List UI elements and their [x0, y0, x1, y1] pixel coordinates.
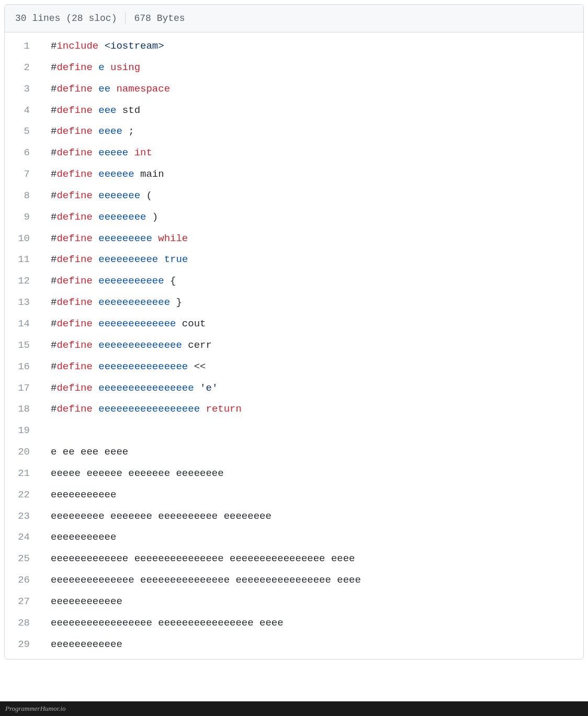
line-content: #define ee namespace — [42, 78, 583, 100]
code-line: 8#define eeeeeee ( — [5, 185, 583, 207]
code-token: # — [51, 190, 56, 201]
code-token: namespace — [116, 83, 170, 95]
line-number[interactable]: 16 — [5, 356, 42, 378]
line-number[interactable]: 17 — [5, 378, 42, 399]
code-token: define — [56, 361, 92, 372]
code-token — [93, 254, 98, 265]
line-number[interactable]: 2 — [5, 57, 42, 78]
line-content: #define e using — [42, 57, 583, 78]
line-number[interactable]: 29 — [5, 634, 42, 655]
footer-watermark-bar: ProgrammerHumor.io — [0, 701, 588, 716]
line-number[interactable]: 10 — [5, 228, 42, 249]
footer-watermark: ProgrammerHumor.io — [5, 704, 65, 712]
code-token: eeeeeeeeeee — [51, 489, 116, 501]
code-token: define — [56, 233, 92, 244]
code-token: eeeeeeeeeeeeeeee — [98, 382, 194, 394]
code-token — [98, 40, 104, 52]
code-token: eeeeeeeeeee — [51, 531, 116, 543]
code-line: 21eeeee eeeeee eeeeeee eeeeeeee — [5, 463, 583, 484]
code-line: 9#define eeeeeeee ) — [5, 207, 583, 228]
line-number[interactable]: 23 — [5, 506, 42, 527]
code-token: <iostream> — [105, 40, 164, 52]
code-token: eeeeeee — [98, 190, 140, 201]
code-token: # — [51, 361, 56, 372]
line-number[interactable]: 18 — [5, 399, 42, 420]
line-number[interactable]: 28 — [5, 612, 42, 634]
line-number[interactable]: 4 — [5, 100, 42, 121]
code-token: # — [51, 382, 56, 394]
code-token: eee — [98, 105, 116, 116]
line-number[interactable]: 22 — [5, 484, 42, 506]
code-line: 16#define eeeeeeeeeeeeeee << — [5, 356, 583, 378]
line-content: #define eeeeeeeeeeeeee cerr — [42, 335, 583, 356]
code-token: # — [51, 318, 56, 329]
line-number[interactable]: 20 — [5, 441, 42, 463]
code-token: # — [51, 126, 56, 137]
line-content: #define eeeeeeeeeee { — [42, 270, 583, 292]
line-content: #define eeeeeeeeeeeeeeee 'e' — [42, 378, 583, 399]
code-token — [93, 382, 98, 394]
line-number[interactable]: 5 — [5, 121, 42, 142]
line-number[interactable]: 3 — [5, 78, 42, 100]
line-number[interactable]: 19 — [5, 420, 42, 441]
line-number[interactable]: 12 — [5, 270, 42, 292]
line-content: #include <iostream> — [42, 36, 583, 57]
line-content: eeeeeeeeeeeee eeeeeeeeeeeeeee eeeeeeeeee… — [42, 548, 583, 570]
code-token: e — [98, 62, 104, 73]
file-lines-info: 30 lines (28 sloc) — [15, 13, 117, 24]
code-token: define — [56, 382, 92, 394]
code-token — [93, 403, 98, 415]
line-number[interactable]: 6 — [5, 142, 42, 164]
code-token: eeee — [98, 126, 122, 137]
line-number[interactable]: 8 — [5, 185, 42, 207]
code-token — [93, 339, 98, 351]
code-token: # — [51, 147, 56, 158]
code-token: cerr — [182, 339, 212, 351]
code-token: define — [56, 339, 92, 351]
line-number[interactable]: 25 — [5, 548, 42, 570]
line-content — [42, 420, 583, 441]
line-number[interactable]: 26 — [5, 570, 42, 591]
code-line: 2#define e using — [5, 57, 583, 78]
line-number[interactable]: 15 — [5, 335, 42, 356]
code-token: return — [206, 403, 241, 415]
code-token: e ee eee eeee — [51, 446, 128, 458]
line-content: #define eeeeeeeeeeeeeee << — [42, 356, 583, 378]
line-number[interactable]: 11 — [5, 249, 42, 270]
code-token — [93, 105, 98, 116]
code-line: 25eeeeeeeeeeeee eeeeeeeeeeeeeee eeeeeeee… — [5, 548, 583, 570]
code-token: ee — [98, 83, 110, 95]
code-token — [158, 254, 164, 265]
code-token: # — [51, 254, 56, 265]
code-token: eeeeeeee — [98, 211, 146, 223]
line-content: #define eeeeeeeeeeeeeeeee return — [42, 399, 583, 420]
line-number[interactable]: 21 — [5, 463, 42, 484]
code-token: eeeee — [98, 147, 128, 158]
code-token: # — [51, 339, 56, 351]
code-token: eeeeee — [98, 168, 134, 180]
code-token: define — [56, 254, 92, 265]
line-number[interactable]: 9 — [5, 207, 42, 228]
code-line: 17#define eeeeeeeeeeeeeeee 'e' — [5, 378, 583, 399]
code-token: # — [51, 211, 56, 223]
code-token: eeeeeeeeeee — [98, 275, 164, 287]
code-token: eeeeeeeeeeeeeee — [98, 361, 188, 372]
line-number[interactable]: 27 — [5, 591, 42, 612]
code-token: define — [56, 147, 92, 158]
line-number[interactable]: 13 — [5, 292, 42, 313]
line-number[interactable]: 24 — [5, 527, 42, 548]
line-number[interactable]: 1 — [5, 36, 42, 57]
line-content: eeeee eeeeee eeeeeee eeeeeeee — [42, 463, 583, 484]
line-number[interactable]: 7 — [5, 164, 42, 185]
code-token: define — [56, 297, 92, 308]
code-line: 29eeeeeeeeeeee — [5, 634, 583, 655]
code-token: ) — [146, 211, 158, 223]
line-content: #define eeee ; — [42, 121, 583, 142]
code-token: main — [134, 168, 164, 180]
code-token: define — [56, 83, 92, 95]
code-token: eeeeeeeee eeeeeee eeeeeeeeee eeeeeeee — [51, 510, 272, 522]
code-token: eeeeeeeeeeeeee — [98, 339, 182, 351]
code-token: cout — [176, 318, 206, 329]
line-number[interactable]: 14 — [5, 313, 42, 335]
code-block: 1#include <iostream>2#define e using3#de… — [5, 32, 583, 659]
